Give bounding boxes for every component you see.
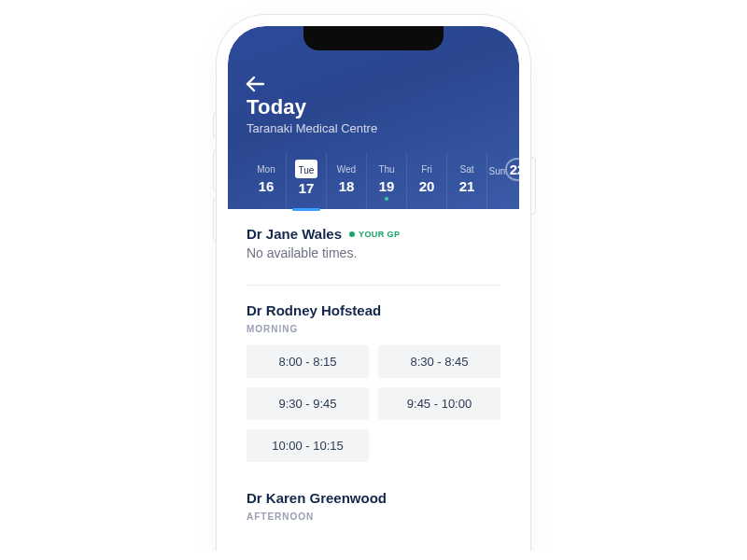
header: Today Taranaki Medical Centre Mon 16 Tue… [228, 26, 519, 209]
page-title: Today [247, 95, 500, 119]
day-label: Thu [378, 164, 394, 175]
day-thu[interactable]: Thu 19 [367, 152, 407, 210]
screen: Today Taranaki Medical Centre Mon 16 Tue… [228, 26, 519, 560]
period-label: AFTERNOON [247, 511, 500, 522]
doctor-section: Dr Jane Wales YOUR GP No available times… [247, 226, 500, 260]
day-label: Mon [257, 164, 275, 175]
day-tue[interactable]: Tue 17 [287, 152, 327, 210]
day-number: 17 [287, 180, 326, 196]
phone-side-button [529, 157, 536, 215]
day-number: 22 [510, 161, 519, 177]
day-number: 18 [327, 178, 366, 194]
day-label: Tue [299, 165, 315, 175]
phone-side-button [213, 112, 220, 138]
time-slot-grid: 8:00 - 8:15 8:30 - 8:45 9:30 - 9:45 9:45… [247, 345, 500, 462]
day-number: 19 [367, 178, 406, 194]
doctor-section: Dr Rodney Hofstead MORNING 8:00 - 8:15 8… [247, 302, 500, 462]
divider [247, 285, 500, 286]
phone-side-button [213, 149, 220, 192]
time-slot[interactable]: 8:30 - 8:45 [378, 345, 500, 378]
day-number: 21 [447, 178, 486, 194]
doctor-name: Dr Rodney Hofstead [247, 302, 381, 318]
phone-notch [303, 26, 444, 50]
doctor-name: Dr Jane Wales [247, 226, 342, 242]
clinic-name: Taranaki Medical Centre [247, 121, 500, 135]
day-number: 20 [407, 178, 446, 194]
day-label: Fri [421, 164, 432, 175]
day-picker: Mon 16 Tue 17 Wed 18 Thu 19 [247, 152, 500, 210]
day-sun[interactable]: Sun 22 [487, 152, 519, 210]
day-number: 16 [247, 178, 286, 194]
time-slot[interactable]: 9:30 - 9:45 [247, 387, 369, 420]
day-fri[interactable]: Fri 20 [407, 152, 447, 210]
day-label: Sat [459, 164, 473, 175]
time-slot[interactable]: 8:00 - 8:15 [247, 345, 369, 378]
period-label: MORNING [247, 324, 500, 334]
availability-dot-icon [385, 197, 388, 201]
day-label: Sun [489, 166, 506, 176]
phone-side-button [213, 198, 220, 241]
badge-label: YOUR GP [359, 230, 400, 239]
doctor-name: Dr Karen Greenwood [247, 490, 387, 506]
day-label: Wed [337, 164, 356, 175]
day-sat[interactable]: Sat 21 [447, 152, 487, 210]
phone-frame: Today Taranaki Medical Centre Mon 16 Tue… [228, 26, 519, 560]
availability-list: Dr Jane Wales YOUR GP No available times… [228, 209, 519, 560]
time-slot[interactable]: 10:00 - 10:15 [247, 429, 369, 462]
arrow-left-icon [245, 75, 265, 93]
day-wed[interactable]: Wed 18 [327, 152, 367, 210]
your-gp-badge: YOUR GP [349, 230, 400, 239]
doctor-section: Dr Karen Greenwood AFTERNOON [247, 490, 500, 522]
no-availability-text: No available times. [247, 245, 500, 260]
time-slot[interactable]: 9:45 - 10:00 [378, 387, 500, 420]
day-mon[interactable]: Mon 16 [247, 152, 287, 210]
back-button[interactable] [245, 75, 265, 93]
